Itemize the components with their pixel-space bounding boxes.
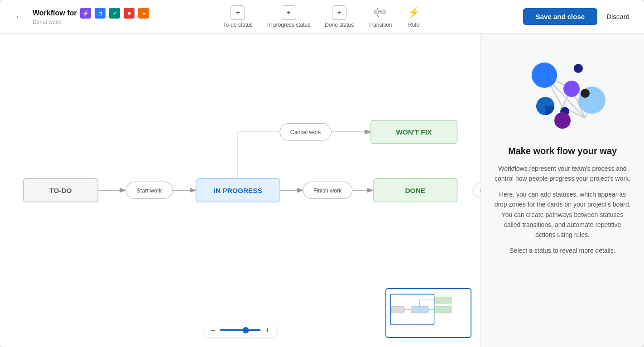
icon-badge-blue: ◻ bbox=[95, 8, 106, 19]
transition-icon bbox=[373, 5, 387, 20]
svg-rect-0 bbox=[375, 10, 379, 14]
header: ← Workflow for ⚡ ◻ ✓ ■ ● Donut world + T… bbox=[0, 0, 644, 34]
icon-badge-purple: ⚡ bbox=[80, 8, 91, 19]
illustration-svg bbox=[513, 48, 612, 139]
svg-point-38 bbox=[574, 64, 583, 73]
zoom-slider[interactable] bbox=[220, 329, 261, 331]
svg-point-37 bbox=[532, 63, 557, 88]
svg-rect-21 bbox=[434, 297, 452, 303]
discard-button[interactable]: Discard bbox=[603, 8, 633, 25]
svg-rect-20 bbox=[434, 307, 452, 313]
zoom-slider-thumb bbox=[242, 327, 249, 333]
panel-title: Make work flow your way bbox=[508, 146, 617, 156]
svg-text:Start work: Start work bbox=[137, 188, 162, 194]
toolbar-transition[interactable]: Transition bbox=[368, 5, 392, 28]
svg-point-41 bbox=[581, 89, 590, 98]
workflow-canvas[interactable]: › Start work IN PROGRESS bbox=[0, 34, 481, 347]
inprogress-status-label: In progress status bbox=[267, 22, 310, 28]
main-area: › Start work IN PROGRESS bbox=[0, 34, 644, 347]
rule-icon: ⚡ bbox=[407, 5, 421, 20]
panel-text-1: Workflows represent your team's process … bbox=[494, 164, 631, 184]
workflow-title: Workflow for bbox=[33, 9, 77, 17]
todo-status-icon: + bbox=[231, 5, 245, 20]
svg-text:TO-DO: TO-DO bbox=[49, 187, 72, 194]
workflow-title-row: Workflow for ⚡ ◻ ✓ ■ ● bbox=[33, 8, 149, 19]
svg-text:DONE: DONE bbox=[405, 187, 425, 194]
toolbar-done-status[interactable]: + Done status bbox=[325, 5, 354, 28]
svg-text:Finish work: Finish work bbox=[313, 188, 342, 194]
mini-map[interactable] bbox=[385, 288, 471, 338]
toolbar-todo-status[interactable]: + To-do status bbox=[223, 5, 252, 28]
svg-text:Cancel work: Cancel work bbox=[290, 129, 322, 135]
zoom-in-button[interactable]: + bbox=[265, 326, 270, 334]
toolbar-rule[interactable]: ⚡ Rule bbox=[407, 5, 421, 28]
header-actions: Save and close Discard bbox=[426, 8, 633, 25]
svg-rect-18 bbox=[391, 307, 404, 313]
back-button[interactable]: ← bbox=[11, 10, 27, 24]
zoom-controls: − + bbox=[203, 323, 277, 337]
panel-text-2: Here, you can add statuses, which appear… bbox=[494, 189, 631, 240]
panel-illustration bbox=[513, 48, 612, 139]
svg-text:WON'T FIX: WON'T FIX bbox=[396, 128, 432, 136]
svg-text:IN PROGRESS: IN PROGRESS bbox=[214, 187, 262, 194]
todo-status-label: To-do status bbox=[223, 22, 252, 28]
icon-badge-green: ✓ bbox=[109, 8, 120, 19]
right-panel: Make work flow your way Workflows repres… bbox=[481, 34, 644, 347]
workflow-title-block: Workflow for ⚡ ◻ ✓ ■ ● Donut world bbox=[33, 8, 149, 25]
header-left: ← Workflow for ⚡ ◻ ✓ ■ ● Donut world bbox=[11, 8, 218, 25]
header-toolbar: + To-do status + In progress status + Do… bbox=[218, 5, 426, 28]
mini-map-svg bbox=[386, 289, 471, 337]
workflow-subtitle: Donut world bbox=[33, 19, 149, 25]
svg-point-44 bbox=[554, 112, 571, 129]
save-and-close-button[interactable]: Save and close bbox=[523, 8, 597, 25]
rule-label: Rule bbox=[408, 22, 419, 28]
icon-badge-red: ■ bbox=[124, 8, 135, 19]
panel-text-3: Select a status to reveal more details. bbox=[509, 246, 615, 255]
done-status-icon: + bbox=[332, 5, 346, 20]
toolbar-inprogress-status[interactable]: + In progress status bbox=[267, 5, 310, 28]
transition-label: Transition bbox=[368, 22, 392, 28]
icon-badge-orange: ● bbox=[138, 8, 149, 19]
svg-point-39 bbox=[563, 81, 580, 97]
svg-rect-19 bbox=[411, 307, 428, 313]
svg-rect-1 bbox=[381, 10, 385, 14]
zoom-out-button[interactable]: − bbox=[211, 326, 216, 334]
inprogress-status-icon: + bbox=[282, 5, 296, 20]
done-status-label: Done status bbox=[325, 22, 354, 28]
